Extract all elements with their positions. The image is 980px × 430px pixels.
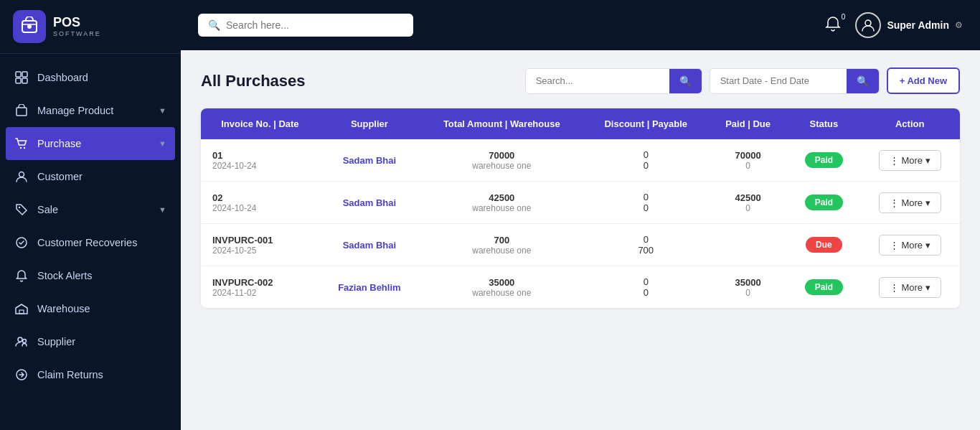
discount-cell: 0 700 [584,224,708,266]
amount-cell: 35000 warehouse one [420,266,584,309]
supplier-name[interactable]: Fazian Behlim [338,282,400,293]
svg-rect-6 [17,108,27,116]
paid-amount: 35000 [720,277,776,288]
invoice-number: INVPURC-001 [212,235,308,246]
sidebar-label-customer-recoveries: Customer Recoveries [37,237,137,248]
sidebar-item-supplier[interactable]: Supplier [0,325,181,358]
action-cell: ⋮ More ▾ [859,182,960,224]
action-cell: ⋮ More ▾ [859,139,960,182]
user-profile[interactable]: Super Admin ⚙ [855,12,963,38]
status-cell: Paid [788,139,859,182]
global-search-input[interactable] [226,19,403,31]
supplier-name[interactable]: Sadam Bhai [343,197,396,208]
invoice-cell: INVPURC-001 2024-10-25 [201,224,319,266]
total-amount: 700 [431,235,573,246]
discount-value: 0 [595,234,697,245]
svg-point-13 [18,337,22,342]
chevron-down-icon-purchase: ▼ [159,139,166,148]
sidebar-item-purchase[interactable]: Purchase ▼ [6,127,175,160]
action-cell: ⋮ More ▾ [859,266,960,309]
more-button[interactable]: ⋮ More ▾ [879,277,941,298]
paid-due-cell [708,224,788,266]
invoice-cell: 01 2024-10-24 [201,139,319,182]
warehouse-name: warehouse one [431,246,573,256]
svg-point-9 [19,172,24,177]
col-paid: Paid | Due [708,108,788,139]
user-chevron-icon: ⚙ [955,20,963,30]
sidebar-item-claim-returns[interactable]: Claim Returns [0,358,181,391]
discount-cell: 0 0 [584,139,708,182]
cart-icon [14,136,29,151]
table-header: Invoice No. | Date Supplier Total Amount… [201,108,960,139]
logo-area: POS SOFTWARE [0,0,181,54]
date-range-field[interactable]: 🔍 [710,68,880,94]
sidebar-item-manage-product[interactable]: Manage Product ▼ [0,94,181,127]
tag-icon [14,202,29,217]
global-search-bar[interactable]: 🔍 [198,14,413,37]
sidebar-item-customer-recoveries[interactable]: Customer Recoveries [0,226,181,259]
col-supplier: Supplier [319,108,420,139]
warehouse-name: warehouse one [431,203,573,213]
chevron-down-icon-sale: ▼ [159,205,166,214]
discount-value: 0 [595,276,697,287]
sidebar: POS SOFTWARE Dashboard Manage Product ▼ … [0,0,181,430]
person-icon [14,169,29,184]
svg-point-14 [23,340,27,343]
invoice-date: 2024-10-24 [212,203,308,213]
amount-cell: 70000 warehouse one [420,139,584,182]
table-body: 01 2024-10-24 Sadam Bhai 70000 warehouse… [201,139,960,308]
header-right: 0 Super Admin ⚙ [825,12,963,38]
more-button[interactable]: ⋮ More ▾ [879,235,941,256]
status-cell: Due [788,224,859,266]
col-status: Status [788,108,859,139]
returns-icon [14,368,29,382]
add-new-button[interactable]: + Add New [887,67,960,94]
status-badge: Paid [805,152,843,168]
sidebar-item-warehouse[interactable]: Warehouse [0,292,181,325]
sidebar-item-dashboard[interactable]: Dashboard [0,61,181,94]
date-range-input[interactable] [710,69,847,93]
col-amount: Total Amount | Warehouse [420,108,584,139]
svg-rect-4 [16,78,21,83]
sidebar-label-warehouse: Warehouse [37,303,90,314]
paid-amount: 42500 [720,192,776,203]
main-wrapper: 🔍 0 Super Admin ⚙ All Purchases [181,0,980,430]
purchases-table: Invoice No. | Date Supplier Total Amount… [201,108,960,308]
main-content: All Purchases 🔍 🔍 + Add New Invoice No. … [181,50,980,430]
sidebar-item-customer[interactable]: Customer [0,160,181,193]
paid-due-cell: 350000 [708,266,788,309]
amount-cell: 42500 warehouse one [420,182,584,224]
sidebar-nav: Dashboard Manage Product ▼ Purchase ▼ Cu… [0,54,181,430]
table-row: INVPURC-001 2024-10-25 Sadam Bhai 700 wa… [201,224,960,266]
more-button[interactable]: ⋮ More ▾ [879,150,941,171]
total-amount: 70000 [431,150,573,161]
supplier-name[interactable]: Sadam Bhai [343,155,396,166]
col-invoice: Invoice No. | Date [201,108,319,139]
status-badge: Due [806,237,842,253]
more-button[interactable]: ⋮ More ▾ [879,192,941,213]
recovery-icon [14,235,29,250]
sidebar-item-stock-alerts[interactable]: Stock Alerts [0,259,181,292]
svg-rect-3 [22,72,27,77]
total-amount: 35000 [431,277,573,288]
invoice-date: 2024-11-02 [212,288,308,298]
date-search-button[interactable]: 🔍 [847,69,879,93]
warehouse-icon [14,302,29,316]
total-amount: 42500 [431,192,573,203]
svg-rect-5 [22,78,27,83]
sidebar-item-sale[interactable]: Sale ▼ [0,193,181,226]
app-name: POS [53,16,101,30]
due-amount: 0 [720,288,776,298]
table-search-input[interactable] [526,69,669,93]
status-badge: Paid [805,195,843,210]
supplier-name[interactable]: Sadam Bhai [343,240,396,251]
payable-value: 0 [595,287,697,298]
svg-point-16 [865,20,871,26]
table-search-field[interactable]: 🔍 [525,68,702,94]
status-badge: Paid [805,279,843,295]
notification-bell[interactable]: 0 [825,16,841,34]
warehouse-name: warehouse one [431,288,573,298]
sidebar-label-claim-returns: Claim Returns [37,369,103,380]
table-search-button[interactable]: 🔍 [669,69,702,93]
payable-value: 0 [595,202,697,213]
